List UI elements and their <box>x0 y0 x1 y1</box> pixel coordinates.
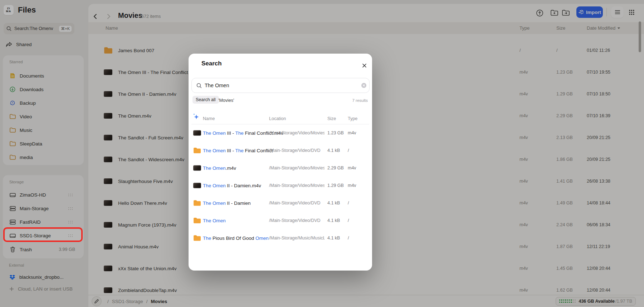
result-column-type: Type <box>348 116 357 121</box>
result-name-text: .m4v <box>226 165 236 171</box>
result-size: 4.1 kB <box>327 236 340 241</box>
result-type: / <box>348 148 349 153</box>
highlighted-match-text: Omen <box>255 236 269 241</box>
highlighted-match-text: The Omen <box>203 130 226 136</box>
result-location: /Main-Storage/Music/MusicLibrary/Fl... <box>269 236 325 241</box>
highlighted-match-text: The Omen <box>203 218 226 223</box>
close-icon[interactable] <box>360 61 369 70</box>
result-type: m4v <box>348 183 356 188</box>
search-result-row[interactable]: The Omen II - Damien/Main-Storage/Video/… <box>189 196 372 210</box>
result-type: / <box>348 200 349 206</box>
modal-search-input[interactable] <box>191 78 370 93</box>
result-location: /Main-Storage/Video/DVD <box>269 218 321 223</box>
modal-title: Search <box>201 60 222 67</box>
result-column-name: Name <box>203 116 215 121</box>
result-location: /Main-Storage/Video/Movies-m4v <box>269 130 325 135</box>
result-location: /Main-Storage/Video/Movies-m4v <box>269 183 325 188</box>
search-result-row[interactable]: The Pious Bird Of Good Omen/Main-Storage… <box>189 231 372 245</box>
video-thumbnail <box>193 165 201 171</box>
video-thumbnail <box>193 130 201 136</box>
result-size: 4.1 kB <box>327 200 340 206</box>
highlighted-match-text: The <box>235 130 244 136</box>
ai-sparkle-icon <box>192 113 200 120</box>
result-name: The Pious Bird Of Good Omen <box>203 236 269 241</box>
result-size: 2.29 GB <box>327 165 344 170</box>
video-thumbnail <box>193 183 201 188</box>
search-result-row[interactable]: The Omen III - The Final Conflict/Main-S… <box>189 143 372 158</box>
result-name: The Omen II - Damien.m4v <box>203 183 261 188</box>
highlighted-match-text: The Omen <box>203 200 226 206</box>
result-name: The Omen.m4v <box>203 165 236 171</box>
highlighted-match-text: The Omen <box>203 148 226 153</box>
result-type: m4v <box>348 165 356 170</box>
folder-icon <box>193 235 201 241</box>
result-size: 1.23 GB <box>327 130 344 135</box>
result-name: The Omen II - Damien <box>203 200 251 206</box>
result-location: /Main-Storage/Video/DVD <box>269 200 321 206</box>
result-name-text: II - Damien <box>226 200 251 206</box>
result-location: /Main-Storage/Video/Movies-m4v <box>269 165 325 170</box>
search-result-row[interactable]: The Omen/Main-Storage/Video/DVD4.1 kB/ <box>189 213 372 228</box>
result-name-text: III - <box>226 130 235 136</box>
result-location: /Main-Storage/Video/DVD <box>269 148 321 153</box>
highlighted-match-text: The Omen <box>203 183 226 188</box>
result-type: m4v <box>348 130 356 135</box>
result-type: / <box>348 236 349 241</box>
folder-icon <box>193 200 201 206</box>
result-size: 1.29 GB <box>327 183 344 188</box>
tab-scope-movies[interactable]: 'Movies' <box>218 98 234 103</box>
search-result-row[interactable]: The Omen II - Damien.m4v/Main-Storage/Vi… <box>189 178 372 193</box>
result-name: The Omen III - The Final Conflict <box>203 148 273 153</box>
search-icon <box>196 83 202 88</box>
result-column-size: Size <box>327 116 336 121</box>
highlighted-match-text: The Omen <box>203 165 226 171</box>
highlighted-match-text: The <box>235 148 244 153</box>
folder-icon <box>193 217 201 224</box>
result-size: 4.1 kB <box>327 218 340 223</box>
result-name-text: Final Conflict <box>244 148 273 153</box>
result-name-text: Pious Bird Of Good <box>211 236 255 241</box>
search-result-row[interactable]: The Omen.m4v/Main-Storage/Video/Movies-m… <box>189 161 372 175</box>
files-app-screen: ZI MA Files Search:The Omenv ⌘+K Shared … <box>0 0 644 307</box>
result-column-location: Location <box>269 116 286 121</box>
tab-divider <box>214 97 215 102</box>
search-modal: Search Search all 'Movies' 7 results Nam… <box>189 54 372 271</box>
result-name: The Omen <box>203 218 226 223</box>
results-count: 7 results <box>352 98 368 103</box>
result-name-text: III - <box>226 148 235 153</box>
annotation-highlight-box <box>3 227 83 242</box>
clear-search-icon[interactable] <box>361 83 367 88</box>
tab-search-all[interactable]: Search all <box>192 96 219 104</box>
result-type: / <box>348 218 349 223</box>
highlighted-match-text: The <box>203 236 211 241</box>
result-size: 4.1 kB <box>327 148 340 153</box>
results-header-divider <box>191 124 369 124</box>
search-result-row[interactable]: The Omen III - The Final Conflict.m4v/Ma… <box>189 126 372 140</box>
folder-icon <box>193 147 201 154</box>
result-name-text: II - Damien.m4v <box>226 183 261 188</box>
